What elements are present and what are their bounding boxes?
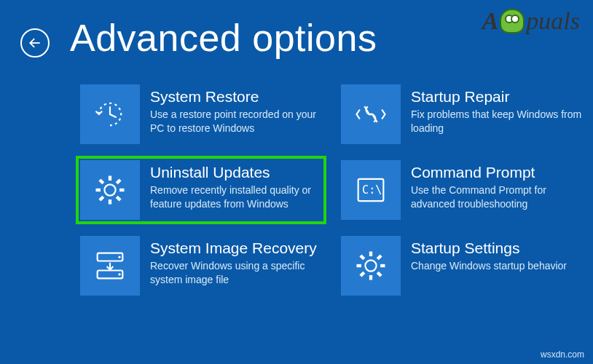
tile-uninstall-updates[interactable]: Uninstall Updates Remove recently instal…	[79, 159, 323, 221]
svg-line-6	[100, 180, 103, 183]
svg-line-9	[100, 197, 103, 200]
back-button[interactable]	[20, 28, 50, 58]
svg-line-25	[361, 272, 364, 276]
tile-desc: Recover Windows using a specific system …	[150, 259, 322, 287]
gear-icon	[341, 236, 401, 296]
tile-desc: Change Windows startup behavior	[411, 259, 567, 273]
page-title: Advanced options	[70, 16, 377, 60]
options-grid: System Restore Use a restore point recor…	[0, 60, 593, 297]
tile-command-prompt[interactable]: C:\ Command Prompt Use the Command Promp…	[339, 159, 584, 221]
tile-title: Startup Settings	[411, 239, 567, 257]
tile-desc: Fix problems that keep Windows from load…	[411, 108, 583, 135]
tile-system-restore[interactable]: System Restore Use a restore point recor…	[79, 83, 323, 146]
tile-startup-repair[interactable]: Startup Repair Fix problems that keep Wi…	[339, 83, 584, 146]
tile-startup-settings[interactable]: Startup Settings Change Windows startup …	[339, 234, 584, 297]
wrench-icon	[341, 84, 401, 144]
svg-point-17	[365, 260, 376, 271]
disk-restore-icon	[80, 236, 140, 296]
gear-icon	[80, 160, 140, 220]
svg-text:C:\: C:\	[362, 183, 382, 197]
arrow-left-icon	[28, 36, 42, 50]
svg-line-23	[377, 272, 381, 276]
svg-line-24	[377, 256, 381, 259]
tile-title: Startup Repair	[411, 87, 583, 106]
tile-system-image-recovery[interactable]: System Image Recovery Recover Windows us…	[79, 234, 323, 297]
tile-title: Command Prompt	[411, 163, 583, 181]
svg-line-8	[117, 180, 120, 183]
svg-point-1	[104, 184, 115, 195]
svg-point-13	[118, 256, 120, 258]
terminal-icon: C:\	[341, 160, 401, 220]
tile-desc: Remove recently installed quality or fea…	[150, 183, 322, 211]
tile-title: Uninstall Updates	[150, 163, 322, 181]
tile-title: System Restore	[150, 87, 322, 106]
restore-icon	[80, 84, 140, 144]
svg-line-22	[361, 256, 364, 259]
svg-line-7	[117, 197, 120, 200]
tile-desc: Use a restore point recorded on your PC …	[150, 108, 322, 135]
tile-desc: Use the Command Prompt for advanced trou…	[411, 183, 583, 211]
source-note: wsxdn.com	[541, 349, 584, 360]
tile-title: System Image Recovery	[150, 239, 322, 257]
svg-point-15	[118, 273, 120, 275]
